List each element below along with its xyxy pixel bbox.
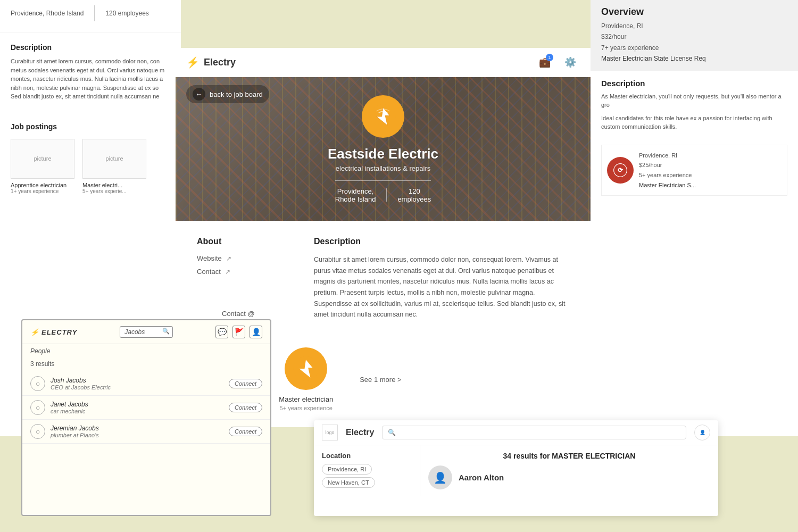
contact-at-label: Contact @: [222, 310, 255, 318]
left-jobs-title: Job postings: [11, 122, 170, 131]
sketch-person-role-1: CEO at Jacobs Electric: [51, 384, 223, 390]
right-desc-title: Description: [601, 79, 787, 88]
sketch-search-wrapper: 🔍: [120, 326, 173, 338]
result-avatar: 👤: [428, 466, 452, 489]
employees-text: 120 employees: [105, 10, 148, 17]
sketch-lightning-icon: ⚡: [30, 328, 39, 336]
sketch-person-role-3: plumber at Piano's: [51, 432, 223, 438]
location-tag-providence[interactable]: Providence, RI: [322, 464, 372, 475]
company-logo-small: ⟳: [607, 157, 634, 184]
search-profile-placeholder: 👤: [694, 425, 710, 440]
right-desc-text1: As Master electrician, you'll not only r…: [601, 92, 787, 110]
result-person-name: Aaron Alton: [459, 473, 504, 482]
sketch-profile-icon[interactable]: 👤: [250, 326, 262, 338]
sketch-person-info-1: Josh Jacobs CEO at Jacobs Electric: [51, 377, 223, 390]
contact-label: Contact: [197, 268, 221, 276]
job-card-master[interactable]: picture Master electri... 5+ years exper…: [82, 139, 146, 194]
sketch-person-2[interactable]: ○ Janet Jacobs car mechanic Connect: [22, 396, 270, 420]
right-background-panel: Overview Providence, RI $32/hour 7+ year…: [591, 0, 798, 436]
stats-divider: [386, 188, 387, 202]
job-card-title-2: Master electri...: [82, 182, 146, 188]
company-logo-svg-small: ⟳: [613, 163, 628, 178]
briefcase-button[interactable]: 💼 1: [535, 53, 554, 72]
sketch-flag-icon[interactable]: 🚩: [232, 326, 245, 338]
job-card-exp-1: 1+ years experience: [11, 188, 74, 194]
left-desc-title: Description: [11, 43, 170, 52]
company-location-stat: Providence,Rhode Island: [335, 187, 376, 203]
right-desc-text2: Ideal candidates for this role have ex a…: [601, 114, 787, 131]
body-left-column: About Website ↗ Contact ↗: [197, 237, 293, 320]
body-layout: About Website ↗ Contact ↗ Description Cu…: [197, 237, 569, 320]
sketch-wireframe-panel: ⚡ ELECTRY 🔍 💬 🚩 👤 People 3 results ○ Jos…: [21, 319, 271, 516]
app-name: Electry: [204, 57, 236, 68]
hero-divider: [335, 180, 431, 181]
back-to-job-board-button[interactable]: ← back to job board: [186, 85, 269, 103]
sketch-avatar-1: ○: [30, 376, 45, 391]
job-card-apprentice[interactable]: picture Apprentice electrician 1+ years …: [11, 139, 74, 194]
app-header: ⚡ Electry 💼 1 ⚙️: [176, 48, 591, 77]
job-posting-master[interactable]: Master electrician 5+ years experience: [279, 347, 333, 411]
external-link-icon: ↗: [226, 255, 231, 262]
see-more-button[interactable]: See 1 more >: [360, 376, 401, 384]
location-tag-new-haven[interactable]: New Haven, CT: [322, 477, 375, 488]
job-card-title-1: Apprentice electrician: [11, 182, 74, 188]
job-card-img-1: picture: [11, 139, 74, 179]
search-results-header: logo Electry 🔍 👤: [314, 420, 718, 445]
sketch-connect-btn-3[interactable]: Connect: [229, 427, 262, 436]
overview-title: Overview: [601, 6, 787, 18]
search-location-panel: Location Providence, RI New Haven, CT: [314, 445, 420, 496]
svg-text:⟳: ⟳: [618, 167, 624, 174]
right-panel-company-card[interactable]: ⟳ Providence, RI $25/hour 5+ years exper…: [601, 145, 787, 196]
back-arrow-icon: ←: [193, 88, 205, 101]
location-tags: Providence, RI New Haven, CT: [322, 464, 412, 488]
sketch-person-info-3: Jeremian Jacobs plumber at Piano's: [51, 425, 223, 438]
sketch-logo: ⚡ ELECTRY: [30, 328, 77, 336]
search-icon-main: 🔍: [388, 429, 396, 436]
contact-link[interactable]: Contact ↗: [197, 268, 293, 276]
job-card-exp-2: 5+ years experie...: [82, 188, 146, 194]
result-avatar-icon: 👤: [434, 471, 447, 484]
job-posting-exp-2: 5+ years experience: [280, 405, 332, 411]
job-posting-name-2: Master electrician: [279, 395, 333, 403]
search-results-count-title: 34 results for MASTER ELECTRICIAN: [428, 452, 710, 460]
company-logo: [362, 95, 404, 138]
description-text: Curabitur sit amet lorem cursus, commodo…: [314, 254, 569, 320]
sketch-person-name-2: Janet Jacobs: [51, 401, 223, 408]
company-tagline: electrical installations & repairs: [328, 164, 438, 172]
stats-divider: [94, 5, 95, 21]
left-desc-text: Curabitur sit amet lorem cursus, commodo…: [11, 57, 170, 101]
description-title: Description: [314, 237, 569, 246]
search-results-body: Location Providence, RI New Haven, CT 34…: [314, 445, 718, 496]
left-panel-top: Providence, Rhode Island 120 employees: [0, 0, 181, 32]
search-results-main: 34 results for MASTER ELECTRICIAN 👤 Aaro…: [420, 445, 718, 496]
about-title: About: [197, 237, 293, 246]
sketch-person-1[interactable]: ○ Josh Jacobs CEO at Jacobs Electric Con…: [22, 372, 270, 396]
header-icons: 💼 1 ⚙️: [535, 53, 580, 72]
back-label: back to job board: [210, 90, 263, 98]
search-input-container[interactable]: 🔍: [382, 426, 686, 439]
website-label: Website: [197, 254, 222, 262]
sketch-results: 3 results: [22, 358, 270, 372]
website-link[interactable]: Website ↗: [197, 254, 293, 262]
body-right-column: Description Curabitur sit amet lorem cur…: [314, 237, 569, 320]
company-logo-main-svg: [370, 103, 396, 130]
sketch-message-icon[interactable]: 💬: [215, 326, 228, 338]
right-panel-description: Description As Master electrician, you'l…: [591, 71, 798, 139]
company-name: Eastside Electric: [328, 146, 438, 162]
sketch-person-3[interactable]: ○ Jeremian Jacobs plumber at Piano's Con…: [22, 420, 270, 444]
settings-button[interactable]: ⚙️: [561, 53, 580, 72]
job-logo-svg-2: [293, 355, 319, 382]
external-link-icon-2: ↗: [225, 268, 230, 276]
result-person-row: 👤 Aaron Alton: [428, 466, 710, 489]
sketch-avatar-3: ○: [30, 424, 45, 439]
profile-icon: 👤: [700, 430, 705, 435]
left-panel-jobs: Job postings picture Apprentice electric…: [0, 112, 181, 205]
job-cards-row: picture Apprentice electrician 1+ years …: [11, 139, 170, 194]
sketch-connect-btn-1[interactable]: Connect: [229, 379, 262, 388]
sketch-person-role-2: car mechanic: [51, 408, 223, 414]
gear-icon: ⚙️: [564, 56, 576, 68]
sketch-results-count: 3 results: [30, 360, 54, 368]
sketch-header: ⚡ ELECTRY 🔍 💬 🚩 👤: [22, 320, 270, 344]
sketch-avatar-2: ○: [30, 400, 45, 415]
sketch-connect-btn-2[interactable]: Connect: [229, 403, 262, 412]
